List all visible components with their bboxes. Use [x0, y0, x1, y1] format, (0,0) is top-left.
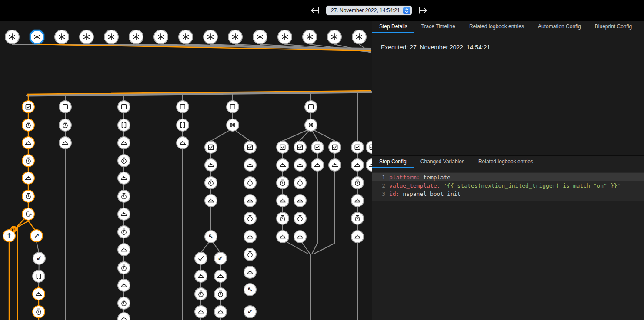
trace-node-square-icon[interactable]: [304, 100, 317, 113]
trace-node-bell-icon[interactable]: [244, 194, 257, 207]
trace-node-timer-icon[interactable]: [294, 212, 307, 225]
code-line[interactable]: 2value_template: '{{ states(nextion_init…: [372, 181, 644, 190]
trace-node-arrow-up-left-icon[interactable]: ↖: [204, 230, 217, 243]
trace-node-bell-icon[interactable]: [351, 194, 364, 207]
trace-node-timer-icon[interactable]: [59, 119, 72, 132]
tab-related-logbook-entries[interactable]: Related logbook entries: [462, 21, 531, 33]
trace-node-asterisk-icon[interactable]: [5, 30, 20, 44]
tab-changed-variables[interactable]: Changed Variables: [414, 156, 471, 168]
trace-node-timer-icon[interactable]: [22, 154, 35, 167]
trace-node-timer-icon[interactable]: [204, 176, 217, 189]
tab-related-logbook-entries[interactable]: Related logbook entries: [471, 156, 540, 168]
next-run-button[interactable]: [417, 4, 429, 16]
trace-node-bell-icon[interactable]: [351, 230, 364, 243]
trace-node-bell-icon[interactable]: [194, 270, 207, 283]
trace-node-timer-icon[interactable]: [351, 212, 364, 225]
trace-node-timer-icon[interactable]: [117, 297, 130, 310]
trace-node-check-icon[interactable]: [194, 252, 207, 265]
trace-node-asterisk-icon[interactable]: [30, 30, 44, 44]
run-picker-select[interactable]: 27. November 2022, 14:54:21: [326, 6, 412, 15]
trace-node-bell-icon[interactable]: [22, 172, 35, 185]
trace-node-timer-icon[interactable]: [32, 305, 45, 318]
trace-node-checkbox-icon[interactable]: [294, 141, 307, 154]
trace-node-asterisk-icon[interactable]: [54, 30, 69, 44]
trace-node-bell-icon[interactable]: [294, 230, 307, 243]
trace-node-timer-icon[interactable]: [117, 261, 130, 274]
trace-node-bell-icon[interactable]: [351, 158, 364, 172]
trace-node-timer-icon[interactable]: [244, 248, 257, 261]
trace-node-timer-icon[interactable]: [117, 154, 130, 167]
trace-node-timer-icon[interactable]: [244, 212, 257, 225]
trace-node-asterisk-icon[interactable]: [178, 30, 193, 44]
code-line[interactable]: 1platform: template: [372, 173, 644, 181]
trace-node-asterisk-icon[interactable]: [129, 30, 143, 44]
trace-node-checkbox-icon[interactable]: [204, 141, 217, 154]
yaml-code-editor[interactable]: 1platform: template2value_template: '{{ …: [372, 172, 644, 201]
trace-node-asterisk-icon[interactable]: [104, 30, 119, 44]
trace-node-bell-icon[interactable]: [244, 158, 257, 172]
trace-node-checkbox-icon[interactable]: [351, 141, 364, 154]
tab-trace-timeline[interactable]: Trace Timeline: [414, 21, 462, 33]
trace-node-checkbox-icon[interactable]: [244, 141, 257, 154]
code-line[interactable]: 3id: nspanel_boot_init: [372, 190, 644, 198]
trace-node-bell-icon[interactable]: [117, 279, 130, 292]
trace-node-bell-icon[interactable]: [204, 158, 217, 172]
trace-node-square-icon[interactable]: [226, 100, 239, 113]
trace-node-bell-icon[interactable]: [32, 287, 45, 300]
trace-node-timer-icon[interactable]: [117, 190, 130, 203]
trace-node-timer-icon[interactable]: [22, 190, 35, 203]
tab-automation-config[interactable]: Automation Config: [531, 21, 588, 33]
trace-node-bell-icon[interactable]: [117, 136, 130, 149]
trace-node-brackets-icon[interactable]: [117, 119, 130, 132]
tab-blueprint-config[interactable]: Blueprint Config: [588, 21, 639, 33]
trace-node-parallel-icon[interactable]: [304, 119, 317, 132]
trace-node-arrow-up-left-icon[interactable]: ↖: [244, 283, 257, 296]
trace-node-asterisk-icon[interactable]: [302, 30, 317, 44]
trace-node-brackets-icon[interactable]: [32, 270, 45, 283]
trace-node-bell-icon[interactable]: [214, 270, 227, 283]
trace-node-parallel-icon[interactable]: [226, 119, 239, 132]
trace-node-bell-icon[interactable]: [194, 305, 207, 318]
trace-node-bell-icon[interactable]: [22, 136, 35, 149]
trace-node-repeat-icon[interactable]: [22, 208, 35, 221]
trace-node-asterisk-icon[interactable]: [228, 30, 243, 44]
trace-node-timer-icon[interactable]: [294, 176, 307, 189]
trace-node-timer-icon[interactable]: [22, 119, 35, 132]
trace-node-bell-icon[interactable]: [276, 194, 289, 207]
tab-step-details[interactable]: Step Details: [372, 21, 414, 33]
trace-node-brackets-icon[interactable]: [176, 119, 189, 132]
trace-node-asterisk-icon[interactable]: [277, 30, 292, 44]
trace-node-bell-icon[interactable]: [328, 158, 341, 172]
trace-node-arrow-up-right-icon[interactable]: ↗: [30, 229, 43, 242]
trace-node-bell-icon[interactable]: [311, 158, 324, 172]
previous-run-button[interactable]: [309, 4, 321, 16]
trace-node-asterisk-icon[interactable]: [327, 30, 342, 44]
trace-node-bell-icon[interactable]: [294, 194, 307, 207]
trace-node-bell-icon[interactable]: [117, 172, 130, 185]
trace-node-timer-icon[interactable]: [244, 176, 257, 189]
trace-node-bell-icon[interactable]: [244, 266, 257, 279]
trace-node-timer-icon[interactable]: [276, 212, 289, 225]
trace-node-bell-icon[interactable]: [214, 305, 227, 318]
trace-node-square-icon[interactable]: [176, 100, 189, 113]
trace-node-asterisk-icon[interactable]: [79, 30, 94, 44]
trace-node-timer-icon[interactable]: [214, 287, 227, 300]
trace-node-arrow-down-left-icon[interactable]: ↙: [214, 252, 227, 265]
trace-node-bell-icon[interactable]: [276, 158, 289, 172]
trace-node-checkbox-icon[interactable]: [22, 100, 35, 113]
trace-node-asterisk-icon[interactable]: [203, 30, 218, 44]
trace-node-asterisk-icon[interactable]: [352, 30, 367, 44]
trace-node-bell-icon[interactable]: [244, 230, 257, 243]
trace-node-bell-icon[interactable]: [59, 136, 72, 149]
trace-node-asterisk-icon[interactable]: [153, 30, 168, 44]
trace-node-arrow-down-left-icon[interactable]: ↙: [244, 305, 257, 318]
trace-node-checkbox-icon[interactable]: [311, 141, 324, 154]
trace-node-bell-icon[interactable]: [117, 243, 130, 256]
trace-node-timer-icon[interactable]: [276, 176, 289, 189]
trace-node-timer-icon[interactable]: [117, 225, 130, 238]
trace-node-asterisk-icon[interactable]: [253, 30, 267, 44]
trace-node-bell-icon[interactable]: [294, 158, 307, 172]
trace-node-timer-icon[interactable]: [351, 176, 364, 189]
trace-node-bell-icon[interactable]: [276, 230, 289, 243]
trace-node-bell-icon[interactable]: [176, 136, 189, 149]
